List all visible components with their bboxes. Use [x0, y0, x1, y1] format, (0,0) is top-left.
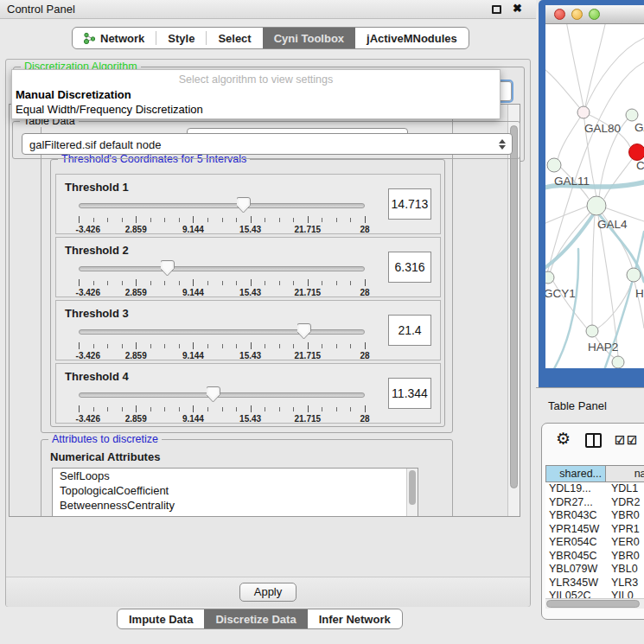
threshold-value-field[interactable]: [388, 188, 431, 220]
network-node-hap2[interactable]: [586, 325, 598, 337]
cell-name[interactable]: YDL1: [606, 482, 644, 496]
list-item[interactable]: BetweennessCentrality: [53, 498, 418, 513]
slider-thumb[interactable]: [297, 323, 311, 340]
network-edge[interactable]: [592, 215, 595, 325]
table-row[interactable]: YPR145WYPR1: [545, 523, 644, 537]
threshold-value-field[interactable]: [388, 315, 431, 346]
slider-track[interactable]: [79, 203, 365, 208]
tab-infer-network[interactable]: Infer Network: [308, 609, 402, 628]
network-edge[interactable]: [558, 112, 583, 161]
cell-shared-name[interactable]: YDL19...: [545, 482, 606, 496]
slider-ticks: [79, 216, 365, 223]
tab-select[interactable]: Select: [207, 28, 262, 48]
cell-name[interactable]: YDR2: [606, 496, 644, 510]
table-row[interactable]: YER054CYER0: [545, 536, 644, 550]
tab-label: Infer Network: [319, 613, 391, 626]
node-label: GA: [634, 121, 644, 134]
apply-button[interactable]: Apply: [239, 583, 296, 602]
network-edge[interactable]: [545, 206, 589, 225]
column-header-name[interactable]: na...: [606, 465, 644, 482]
table-row[interactable]: YDR27...YDR2: [545, 496, 644, 510]
network-node-gal11[interactable]: [547, 158, 561, 172]
cell-shared-name[interactable]: YBR043C: [545, 509, 606, 523]
checkbox-icon[interactable]: ☑: [615, 434, 625, 447]
slider-thumb[interactable]: [161, 260, 175, 277]
list-item[interactable]: TopologicalCoefficient: [53, 483, 418, 498]
cell-name[interactable]: YBR0: [606, 509, 644, 523]
slider-track[interactable]: [79, 266, 365, 271]
slider-track[interactable]: [79, 329, 365, 335]
network-node[interactable]: [612, 356, 624, 368]
close-icon[interactable]: ✖: [513, 2, 522, 15]
column-header-shared-name[interactable]: shared...: [545, 465, 606, 482]
zoom-traffic-light[interactable]: [589, 9, 600, 20]
threshold-slider[interactable]: -3.4262.8599.14415.4321.71528: [79, 323, 365, 360]
pane-scrollbar[interactable]: [507, 105, 520, 516]
cell-shared-name[interactable]: YDR27...: [545, 496, 606, 510]
tick-mark: [322, 218, 322, 222]
cell-shared-name[interactable]: YLR345W: [545, 577, 606, 590]
scrollbar-thumb[interactable]: [510, 125, 518, 488]
slider-thumb[interactable]: [237, 197, 251, 214]
scrollbar-thumb[interactable]: [409, 470, 416, 505]
cell-shared-name[interactable]: YBR045C: [545, 550, 606, 564]
threshold-slider[interactable]: -3.4262.8599.14415.4321.71528: [79, 386, 365, 423]
tick-mark: [265, 344, 265, 348]
scrollbar-thumb[interactable]: [546, 600, 640, 608]
tab-network[interactable]: Network: [73, 28, 156, 48]
cell-name[interactable]: YPR1: [606, 523, 644, 537]
list-item[interactable]: SelfLoops: [53, 469, 418, 483]
table-data-select[interactable]: galFiltered.sif default node: [22, 133, 513, 155]
slider-track[interactable]: [79, 392, 365, 398]
table-row[interactable]: YBR043CYBR0: [545, 509, 644, 523]
network-node-gcy1[interactable]: [545, 271, 554, 284]
slider-thumb[interactable]: [207, 386, 220, 403]
attributes-list[interactable]: SelfLoopsTopologicalCoefficientBetweenne…: [52, 468, 418, 517]
float-window-icon[interactable]: [492, 5, 501, 14]
tick-label: 15.43: [239, 351, 261, 360]
list-scrollbar[interactable]: [406, 469, 418, 517]
cell-name[interactable]: YBL0: [606, 563, 644, 577]
threshold-slider[interactable]: -3.4262.8599.14415.4321.71528: [79, 260, 365, 296]
tab-jactivemnodules[interactable]: jActiveMNodules: [355, 28, 469, 48]
cell-name[interactable]: YER0: [606, 536, 644, 550]
tick-mark: [251, 405, 252, 412]
table-row[interactable]: YLR345WYLR3: [545, 577, 644, 590]
tab-discretize-data[interactable]: Discretize Data: [204, 609, 307, 628]
tab-style[interactable]: Style: [156, 28, 206, 48]
network-node-gal80[interactable]: [577, 106, 590, 118]
popup-option-manual-discretization[interactable]: Manual Discretization: [16, 88, 131, 101]
table-horizontal-scrollbar[interactable]: [545, 598, 644, 609]
threshold-value-field[interactable]: [388, 252, 431, 283]
threshold-slider[interactable]: -3.4262.8599.14415.4321.71528: [79, 197, 365, 233]
checkbox-icon[interactable]: ☑: [627, 434, 637, 447]
stepper-icon[interactable]: [499, 139, 506, 150]
tab-cyni-toolbox[interactable]: Cyni Toolbox: [263, 28, 355, 48]
network-edge[interactable]: [585, 24, 606, 107]
cell-shared-name[interactable]: YPR145W: [545, 523, 606, 537]
table-row[interactable]: YDL19...YDL1: [545, 482, 644, 496]
close-traffic-light[interactable]: [554, 9, 565, 20]
network-edge[interactable]: [598, 215, 618, 356]
network-edge[interactable]: [545, 67, 583, 112]
cell-shared-name[interactable]: YER054C: [545, 536, 606, 550]
minimize-traffic-light[interactable]: [571, 9, 583, 20]
cell-shared-name[interactable]: YBL079W: [545, 563, 606, 577]
tick-mark: [365, 405, 366, 412]
tab-impute-data[interactable]: Impute Data: [118, 609, 204, 628]
split-columns-icon[interactable]: [585, 433, 602, 448]
network-edge-highlighted[interactable]: [545, 249, 578, 368]
network-node-h[interactable]: [627, 268, 641, 282]
popup-option-equal-width-frequency[interactable]: Equal Width/Frequency Discretization: [16, 103, 203, 116]
network-node-ga[interactable]: [626, 109, 638, 121]
cell-name[interactable]: YLR3: [606, 577, 644, 590]
network-edge-highlighted[interactable]: [545, 214, 594, 270]
network-node-c[interactable]: [629, 144, 644, 161]
threshold-value-field[interactable]: [388, 378, 431, 409]
gear-icon[interactable]: ⚙: [556, 429, 571, 449]
table-row[interactable]: YBL079WYBL0: [545, 563, 644, 577]
network-canvas[interactable]: GAL80GACGAL11GAL4GCY1HHAP2: [545, 24, 644, 368]
cell-name[interactable]: YBR0: [606, 550, 644, 564]
table-row[interactable]: YBR045CYBR0: [545, 550, 644, 564]
network-node-gal4[interactable]: [587, 196, 606, 215]
